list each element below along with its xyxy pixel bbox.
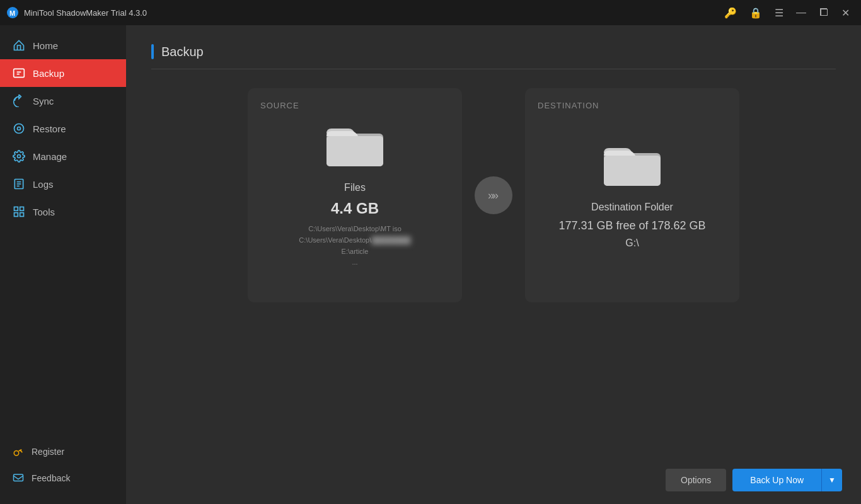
options-button[interactable]: Options — [666, 469, 726, 491]
svg-point-4 — [18, 127, 21, 130]
svg-point-14 — [14, 451, 19, 456]
sidebar: Home Backup Sync Restore — [0, 25, 126, 504]
sidebar-item-home[interactable]: Home — [0, 32, 126, 59]
restore-icon — [13, 122, 25, 135]
manage-icon — [13, 150, 25, 163]
app-logo-icon: M — [6, 6, 19, 19]
svg-rect-19 — [604, 156, 661, 186]
svg-rect-17 — [326, 136, 383, 166]
tools-icon — [13, 205, 25, 218]
sync-icon — [13, 94, 25, 107]
backup-now-button[interactable]: Back Up Now — [732, 469, 821, 491]
arrow-icon: »» — [488, 189, 497, 202]
sidebar-item-tools[interactable]: Tools — [0, 198, 126, 226]
svg-rect-10 — [14, 207, 18, 211]
destination-free-space: 177.31 GB free of 178.62 GB — [558, 219, 705, 232]
sidebar-item-sync[interactable]: Sync — [0, 87, 126, 115]
sidebar-bottom: Register Feedback — [0, 438, 126, 504]
backup-now-group: Back Up Now ▼ — [732, 469, 842, 491]
source-paths: C:\Users\Vera\Desktop\MT iso C:\Users\Ve… — [299, 224, 410, 268]
page-title-bar: Backup — [151, 44, 836, 69]
key-sidebar-icon — [13, 446, 24, 457]
lock-icon[interactable]: 🔒 — [744, 4, 767, 21]
key-icon[interactable]: 🔑 — [719, 4, 742, 21]
destination-folder-icon — [604, 142, 661, 189]
titlebar-controls: 🔑 🔒 ☰ — ⧠ ✕ — [719, 4, 855, 21]
source-title: Files — [344, 182, 366, 193]
bottom-bar: Options Back Up Now ▼ — [666, 469, 842, 491]
sidebar-item-restore[interactable]: Restore — [0, 115, 126, 142]
svg-rect-11 — [20, 207, 24, 211]
page-title: Backup — [161, 45, 204, 59]
svg-rect-12 — [14, 213, 18, 217]
svg-rect-13 — [20, 213, 24, 217]
destination-title: Destination Folder — [591, 202, 673, 213]
titlebar-left: M MiniTool ShadowMaker Trial 4.3.0 — [6, 6, 147, 19]
svg-point-5 — [18, 155, 21, 158]
transfer-arrow-button[interactable]: »» — [475, 176, 512, 214]
source-folder-icon — [326, 122, 383, 169]
app-title: MiniTool ShadowMaker Trial 4.3.0 — [24, 8, 147, 18]
sidebar-item-backup[interactable]: Backup — [0, 59, 126, 87]
svg-rect-2 — [14, 69, 25, 77]
feedback-icon — [13, 472, 24, 484]
backup-icon — [13, 67, 25, 79]
backup-now-dropdown-button[interactable]: ▼ — [821, 469, 842, 491]
sidebar-item-logs[interactable]: Logs — [0, 170, 126, 198]
sidebar-item-manage[interactable]: Manage — [0, 142, 126, 170]
home-icon — [13, 39, 25, 52]
minimize-button[interactable]: — — [791, 4, 811, 21]
content-area: Backup SOURCE Files 4.4 GB — [126, 25, 861, 504]
sidebar-item-feedback[interactable]: Feedback — [0, 465, 126, 491]
titlebar: M MiniTool ShadowMaker Trial 4.3.0 🔑 🔒 ☰… — [0, 0, 861, 25]
svg-point-3 — [14, 124, 24, 134]
svg-rect-15 — [14, 474, 23, 481]
destination-path: G:\ — [625, 238, 639, 249]
backup-area: SOURCE Files 4.4 GB C:\Users\Vera\Deskto… — [151, 88, 836, 302]
destination-label: DESTINATION — [538, 101, 599, 110]
menu-icon[interactable]: ☰ — [770, 4, 789, 21]
source-label: SOURCE — [260, 101, 299, 110]
close-button[interactable]: ✕ — [836, 4, 855, 21]
svg-text:M: M — [9, 9, 15, 17]
page-title-accent — [151, 44, 154, 59]
source-size: 4.4 GB — [331, 200, 379, 217]
logs-icon — [13, 178, 25, 190]
restore-button[interactable]: ⧠ — [814, 4, 834, 21]
source-card[interactable]: SOURCE Files 4.4 GB C:\Users\Vera\Deskto… — [248, 88, 462, 302]
destination-card[interactable]: DESTINATION Destination Folder 177.31 GB… — [525, 88, 739, 302]
sidebar-item-register[interactable]: Register — [0, 438, 126, 465]
main-layout: Home Backup Sync Restore — [0, 25, 861, 504]
